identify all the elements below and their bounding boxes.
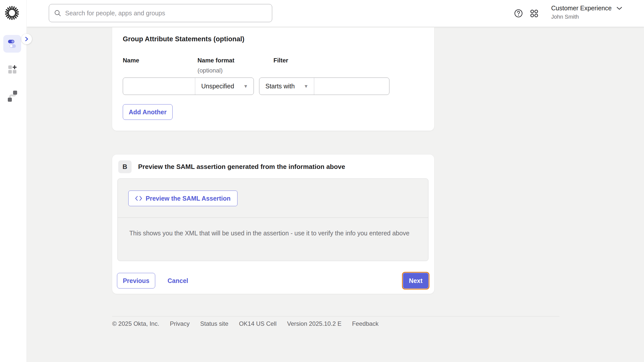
filter-type-select[interactable]: Starts with ▼ <box>259 78 314 95</box>
org-name: Customer Experience <box>551 5 612 12</box>
add-another-button[interactable]: Add Another <box>123 104 173 120</box>
account-menu[interactable]: Customer Experience John Smith <box>551 5 622 20</box>
okta-spinner-logo <box>4 5 20 21</box>
question-mark-circle-icon <box>514 9 523 18</box>
preview-description: This shows you the XML that will be used… <box>129 228 414 239</box>
name-format-column-label: Name format <box>197 57 234 64</box>
sidebar-item-dashboard[interactable] <box>3 35 21 53</box>
name-format-selected-value: Unspecified <box>201 83 234 90</box>
name-column-label: Name <box>123 57 139 64</box>
step-b-badge: B <box>118 160 132 173</box>
preview-saml-card: B Preview the SAML assertion generated f… <box>112 155 434 294</box>
sidebar-item-add-applications[interactable] <box>3 61 21 78</box>
preview-button-label: Preview the SAML Assertion <box>146 195 231 202</box>
preview-box-description-area: This shows you the XML that will be used… <box>118 218 428 249</box>
add-apps-icon <box>8 65 17 74</box>
footer-version-text: Version 2025.10.2 E <box>287 320 341 327</box>
code-brackets-icon <box>135 196 142 201</box>
next-button[interactable]: Next <box>403 273 428 288</box>
page: Customer Experience John Smith Group Att… <box>0 0 644 362</box>
name-format-select[interactable]: Unspecified ▼ <box>195 78 254 95</box>
toggles-icon <box>8 39 17 48</box>
copyright-text: © 2025 Okta, Inc. <box>112 320 159 327</box>
filter-type-selected-value: Starts with <box>265 83 295 90</box>
footer: © 2025 Okta, Inc. Privacy Status site OK… <box>112 320 379 327</box>
footer-link-feedback[interactable]: Feedback <box>352 320 378 327</box>
footer-divider <box>112 316 559 316</box>
footer-link-status-site[interactable]: Status site <box>200 320 228 327</box>
help-button[interactable] <box>514 9 523 18</box>
chevron-right-icon <box>25 37 29 41</box>
search-input[interactable] <box>65 4 272 22</box>
footer-link-privacy[interactable]: Privacy <box>170 320 190 327</box>
chevron-down-icon <box>617 7 622 10</box>
sidebar <box>0 0 27 362</box>
topbar: Customer Experience John Smith <box>27 0 644 27</box>
app-switcher-button[interactable] <box>530 9 538 18</box>
app-grid-icon <box>530 9 538 18</box>
sidebar-item-integrations[interactable] <box>3 87 21 105</box>
filter-group: Starts with ▼ <box>259 78 389 95</box>
global-search <box>49 4 272 22</box>
user-name: John Smith <box>551 14 622 20</box>
name-format-optional-note: (optional) <box>197 67 223 74</box>
footer-link-cell[interactable]: OK14 US Cell <box>239 320 276 327</box>
preview-assertion-box: Preview the SAML Assertion This shows yo… <box>117 178 428 261</box>
sidebar-expand-button[interactable] <box>21 34 32 44</box>
preview-box-top: Preview the SAML Assertion <box>118 179 428 218</box>
cancel-button[interactable]: Cancel <box>168 273 188 288</box>
preview-saml-assertion-button[interactable]: Preview the SAML Assertion <box>128 191 237 206</box>
group-attribute-statements-card: Group Attribute Statements (optional) Na… <box>112 27 434 131</box>
filter-column-label: Filter <box>273 57 288 64</box>
preview-section-title: Preview the SAML assertion generated fro… <box>138 160 345 173</box>
caret-down-icon: ▼ <box>243 84 248 89</box>
caret-down-icon: ▼ <box>304 84 308 89</box>
search-icon <box>54 10 61 17</box>
filter-value-input[interactable] <box>314 78 389 95</box>
previous-button[interactable]: Previous <box>117 273 155 288</box>
connector-icon <box>7 90 17 102</box>
group-attribute-statements-heading: Group Attribute Statements (optional) <box>123 35 244 43</box>
attribute-name-input[interactable] <box>123 78 195 95</box>
name-and-format-group: Unspecified ▼ <box>123 78 254 95</box>
